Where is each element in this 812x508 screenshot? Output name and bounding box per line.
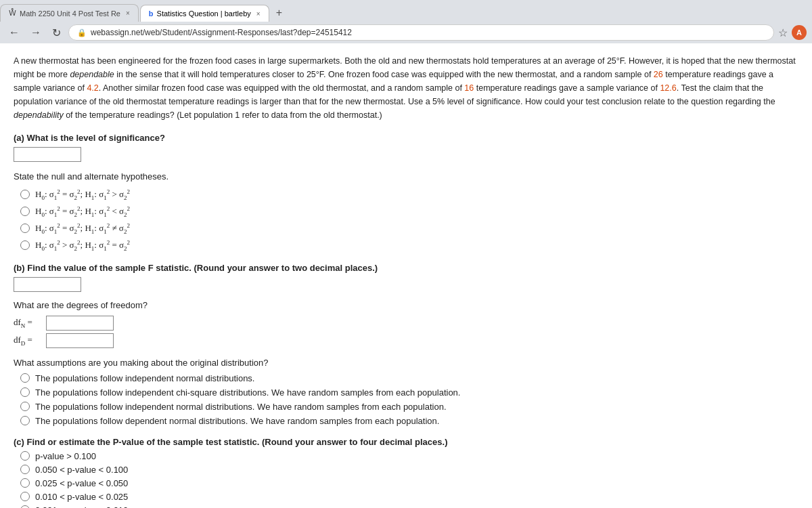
pvalue-radio-2[interactable] bbox=[20, 465, 30, 474]
assumptions-options: The populations follow independent norma… bbox=[20, 373, 798, 426]
pvalue-label-4: 0.010 < p-value < 0.025 bbox=[35, 492, 128, 502]
pvalue-radio-5[interactable] bbox=[20, 505, 30, 508]
profile-button[interactable]: A bbox=[792, 25, 807, 40]
pvalue-option-2[interactable]: 0.050 < p-value < 0.100 bbox=[20, 465, 798, 475]
assumption-label-1: The populations follow independent norma… bbox=[35, 373, 254, 383]
dfN-input[interactable] bbox=[46, 316, 114, 331]
pvalue-label-2: 0.050 < p-value < 0.100 bbox=[35, 465, 128, 475]
address-bar[interactable]: 🔒 webassign.net/web/Student/Assignment-R… bbox=[68, 24, 774, 41]
hypothesis-label-3: H0: σ12 = σ22; H1: σ12 ≠ σ22 bbox=[35, 222, 130, 235]
part-b-section: (b) Find the value of the sample F stati… bbox=[14, 263, 798, 426]
pvalue-option-5[interactable]: 0.001 < p-value < 0.010 bbox=[20, 505, 798, 508]
tab-bartleby[interactable]: b Statistics Question | bartleby × bbox=[140, 5, 269, 22]
bookmark-button[interactable]: ☆ bbox=[778, 26, 788, 39]
f-statistic-input[interactable] bbox=[14, 277, 81, 292]
pvalue-radio-3[interactable] bbox=[20, 478, 30, 488]
assumption-label-3: The populations follow independent norma… bbox=[35, 402, 447, 412]
hypothesis-label-1: H0: σ12 = σ22; H1: σ12 > σ22 bbox=[35, 188, 130, 201]
tab-math2250[interactable]: W̊ Math 2250 Unit 4 Post Test Re × bbox=[0, 4, 139, 22]
question-body: A new thermostat has been engineered for… bbox=[14, 54, 798, 122]
n2-value: 16 bbox=[464, 83, 474, 93]
hypothesis-label-2: H0: σ12 = σ22; H1: σ12 < σ22 bbox=[35, 205, 130, 218]
pvalue-label-5: 0.001 < p-value < 0.010 bbox=[35, 505, 128, 508]
dfD-input[interactable] bbox=[46, 333, 114, 348]
tab-close-2[interactable]: × bbox=[256, 10, 261, 18]
assumption-radio-4[interactable] bbox=[20, 416, 30, 425]
assumption-radio-3[interactable] bbox=[20, 402, 30, 411]
forward-button[interactable]: → bbox=[27, 25, 45, 40]
degrees-section: What are the degrees of freedom? dfN = d… bbox=[14, 300, 798, 348]
part-a-section: (a) What is the level of significance? S… bbox=[14, 133, 798, 252]
pvalue-radio-4[interactable] bbox=[20, 492, 30, 501]
address-text: webassign.net/web/Student/Assignment-Res… bbox=[91, 28, 352, 37]
tab-favicon-1: W̊ bbox=[9, 9, 16, 18]
back-button[interactable]: ← bbox=[5, 25, 23, 40]
significance-input[interactable] bbox=[14, 147, 81, 162]
part-b-label: (b) Find the value of the sample F stati… bbox=[14, 263, 798, 273]
hypothesis-option-1[interactable]: H0: σ12 = σ22; H1: σ12 > σ22 bbox=[20, 188, 798, 201]
n1-value: 26 bbox=[654, 70, 663, 79]
hypothesis-option-4[interactable]: H0: σ12 > σ22; H1: σ12 = σ22 bbox=[20, 239, 798, 252]
assumption-option-1[interactable]: The populations follow independent norma… bbox=[20, 373, 798, 383]
pvalue-label-1: p-value > 0.100 bbox=[35, 451, 96, 461]
tab-close-1[interactable]: × bbox=[126, 9, 130, 17]
assumption-radio-1[interactable] bbox=[20, 373, 30, 383]
pvalue-options: p-value > 0.100 0.050 < p-value < 0.100 … bbox=[20, 451, 798, 508]
assumption-radio-2[interactable] bbox=[20, 387, 30, 397]
dependable1-text: dependable bbox=[70, 70, 114, 79]
part-c-label: (c) Find or estimate the P-value of the … bbox=[14, 437, 798, 447]
pvalue-option-4[interactable]: 0.010 < p-value < 0.025 bbox=[20, 492, 798, 502]
dependable2-text: dependability bbox=[14, 110, 64, 120]
hypothesis-radio-2[interactable] bbox=[20, 207, 30, 216]
address-bar-row: ← → ↻ 🔒 webassign.net/web/Student/Assign… bbox=[0, 22, 812, 43]
pvalue-option-3[interactable]: 0.025 < p-value < 0.050 bbox=[20, 478, 798, 488]
assumption-label-2: The populations follow independent chi-s… bbox=[35, 387, 460, 398]
hypothesis-label-4: H0: σ12 > σ22; H1: σ12 = σ22 bbox=[35, 239, 130, 252]
hypothesis-option-3[interactable]: H0: σ12 = σ22; H1: σ12 ≠ σ22 bbox=[20, 222, 798, 235]
part-a-label: (a) What is the level of significance? bbox=[14, 133, 798, 143]
hypothesis-radio-4[interactable] bbox=[20, 240, 30, 250]
var2-value: 12.6 bbox=[660, 83, 676, 93]
assumption-option-4[interactable]: The populations follow dependent normal … bbox=[20, 416, 798, 426]
pvalue-option-1[interactable]: p-value > 0.100 bbox=[20, 451, 798, 461]
hypothesis-section: State the null and alternate hypotheses.… bbox=[14, 171, 798, 252]
tab-label-1: Math 2250 Unit 4 Post Test Re bbox=[20, 9, 120, 18]
part-c-section: (c) Find or estimate the P-value of the … bbox=[14, 437, 798, 508]
dfD-label: dfD = bbox=[14, 335, 41, 347]
hypothesis-radio-3[interactable] bbox=[20, 224, 30, 233]
dfN-row: dfN = bbox=[14, 316, 798, 331]
tab-label-2: Statistics Question | bartleby bbox=[157, 9, 251, 18]
new-tab-button[interactable]: + bbox=[271, 4, 288, 22]
page-content: A new thermostat has been engineered for… bbox=[0, 43, 812, 508]
pvalue-radio-1[interactable] bbox=[20, 451, 30, 461]
dfN-label: dfN = bbox=[14, 317, 41, 329]
tab-favicon-2: b bbox=[149, 9, 154, 18]
assumption-option-2[interactable]: The populations follow independent chi-s… bbox=[20, 387, 798, 398]
lock-icon: 🔒 bbox=[77, 28, 87, 37]
hypothesis-radio-1[interactable] bbox=[20, 190, 30, 199]
degrees-label: What are the degrees of freedom? bbox=[14, 300, 798, 310]
state-hyp-label: State the null and alternate hypotheses. bbox=[14, 171, 798, 182]
refresh-button[interactable]: ↻ bbox=[49, 25, 64, 41]
hypothesis-option-2[interactable]: H0: σ12 = σ22; H1: σ12 < σ22 bbox=[20, 205, 798, 218]
dfD-row: dfD = bbox=[14, 333, 798, 348]
hypothesis-options: H0: σ12 = σ22; H1: σ12 > σ22 H0: σ12 = σ… bbox=[20, 188, 798, 252]
pvalue-label-3: 0.025 < p-value < 0.050 bbox=[35, 478, 128, 488]
assumption-label-4: The populations follow dependent normal … bbox=[35, 416, 439, 426]
var1-value: 4.2 bbox=[87, 83, 98, 93]
assumption-option-3[interactable]: The populations follow independent norma… bbox=[20, 402, 798, 412]
assumptions-label: What assumptions are you making about th… bbox=[14, 358, 798, 368]
assumptions-section: What assumptions are you making about th… bbox=[14, 358, 798, 426]
